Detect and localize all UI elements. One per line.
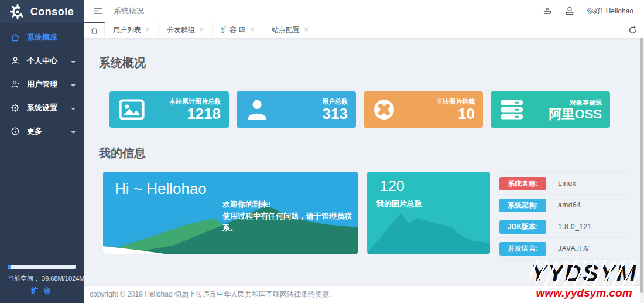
stat-card-blocked-images: 非法图片拦截 10 (364, 91, 483, 128)
sidebar-collapse-icon[interactable] (93, 6, 103, 16)
system-info-row-os-name: 系统名称: Linux (499, 173, 629, 195)
sidebar-item-label: 个人中心 (27, 56, 57, 66)
watermark: YYDSYM www.yydsym.com (531, 261, 637, 299)
user-avatar-icon[interactable] (564, 6, 575, 16)
storage-progress-fill (8, 265, 11, 269)
username: Hellohao (606, 7, 633, 15)
tab-label: 扩 容 码 (221, 25, 246, 35)
scrollbar-thumb[interactable] (640, 38, 643, 293)
system-info-badge: 开发语言: (499, 242, 546, 256)
home-icon (11, 33, 20, 42)
system-info-value: 1.8.0_121 (558, 223, 592, 231)
stat-card-total-images: 本站累计图片总数 1218 (109, 91, 229, 128)
user-icon (246, 98, 273, 121)
system-info-badge: 系统架构: (499, 199, 546, 212)
banner-message-line2: 使用过程中有任何问题，请于管理员联系。 (222, 210, 358, 234)
info-icon (11, 127, 20, 136)
banner-greeting: Hi ~ Hellohao (115, 180, 207, 198)
stat-card-value: 1218 (169, 106, 221, 122)
watermark-title: YYDSYM (531, 261, 637, 285)
system-info-list: 系统名称: Linux 系统架构: amd64 JDK版本: 1.8.0_121… (499, 172, 629, 260)
system-info-badge: 系统名称: (499, 177, 546, 190)
stat-card-value: 10 (436, 106, 475, 122)
my-images-count: 120 (380, 178, 405, 195)
system-info-badge: JDK版本: (499, 220, 546, 234)
tab-label: 站点配置 (272, 25, 300, 35)
tab-label: 分发群组 (167, 25, 195, 35)
copyright-text: copyright © 2019 Hellohao 切勿上传违反中华人民共和国互… (90, 290, 331, 299)
system-info-row-arch: 系统架构: amd64 (499, 195, 629, 216)
stat-cards-row: 本站累计图片总数 1218 用户总数 313 (109, 91, 610, 128)
vertical-scrollbar (640, 38, 644, 303)
stat-card-object-storage: 对象存储源 阿里OSS (491, 91, 610, 128)
storage-usage: 当前空间： 39.68M/1024M 扩 容 (8, 265, 76, 296)
refresh-icon[interactable] (621, 22, 644, 38)
sidebar-item-settings[interactable]: 系统设置 (0, 96, 84, 120)
chevron-down-icon (71, 108, 76, 110)
close-icon[interactable]: × (304, 26, 309, 34)
overview-heading: 系统概况 (99, 55, 146, 71)
sidebar-item-label: 用户管理 (27, 79, 57, 90)
stat-card-value: 313 (322, 106, 348, 122)
stat-card-value: 阿里OSS (549, 107, 602, 121)
storage-value: 39.68M/1024M (42, 275, 84, 282)
chevron-down-icon (71, 84, 76, 87)
sidebar-item-label: 系统设置 (27, 103, 57, 113)
storage-progress-bar (8, 265, 76, 269)
close-icon[interactable]: × (200, 26, 204, 34)
watermark-url: www.yydsym.com (531, 287, 637, 299)
sidebar: Console 系统概况 个人中心 (0, 0, 84, 303)
my-images-card: 120 我的图片总数 (367, 172, 490, 254)
expand-storage-link[interactable]: 扩 容 (8, 286, 76, 296)
my-images-label: 我的图片总数 (376, 199, 422, 209)
chevron-down-icon (71, 131, 76, 134)
app-title: Console (30, 6, 74, 18)
greeting-text: 你好! (587, 6, 602, 16)
photo-icon (119, 99, 146, 120)
system-info-value: amd64 (558, 201, 581, 209)
tab-home[interactable] (84, 22, 105, 38)
home-icon (90, 26, 98, 35)
system-info-value: JAVA开发 (558, 244, 590, 254)
close-icon[interactable]: × (251, 26, 255, 34)
tab-label: 用户列表 (113, 25, 141, 35)
welcome-banner: Hi ~ Hellohao 欢迎你的到来! 使用过程中有任何问题，请于管理员联系… (103, 172, 358, 254)
main-content: 系统概况 本站累计图片总数 1218 (84, 38, 644, 285)
stat-card-label: 对象存储源 (549, 98, 602, 107)
sidebar-item-profile[interactable]: 个人中心 (0, 49, 84, 73)
myinfo-heading: 我的信息 (99, 145, 146, 161)
gear-icon (11, 103, 20, 113)
user-manage-icon (11, 80, 20, 89)
system-info-value: Linux (558, 179, 576, 188)
sidebar-item-label: 系统概况 (27, 32, 57, 43)
clean-brush-icon[interactable] (542, 6, 553, 16)
x-circle-icon (373, 98, 400, 121)
sidebar-item-overview[interactable]: 系统概况 (0, 26, 84, 49)
chevron-down-icon (71, 61, 76, 63)
sidebar-item-label: 更多 (27, 126, 42, 137)
console-gear-logo-icon (10, 4, 25, 19)
storage-label: 当前空间： (8, 275, 40, 282)
tab-expansion-code[interactable]: 扩 容 码 × (213, 22, 263, 38)
close-icon[interactable]: × (146, 26, 150, 34)
sidebar-item-more[interactable]: 更多 (0, 120, 84, 143)
sidebar-menu: 系统概况 个人中心 用户管理 (0, 23, 84, 143)
system-info-row-language: 开发语言: JAVA开发 (499, 238, 629, 260)
tab-bar: 用户列表 × 分发群组 × 扩 容 码 × 站点配置 × (84, 22, 644, 38)
tab-site-config[interactable]: 站点配置 × (263, 22, 317, 38)
navbar-title: 系统概况 (114, 6, 144, 16)
sidebar-item-user-management[interactable]: 用户管理 (0, 73, 84, 96)
banner-message-line1: 欢迎你的到来! (222, 199, 358, 210)
system-info-row-jdk: JDK版本: 1.8.0_121 (499, 216, 629, 238)
server-icon (500, 100, 527, 120)
stat-card-total-users: 用户总数 313 (237, 91, 356, 128)
tab-distribution-group[interactable]: 分发群组 × (159, 22, 213, 38)
app-logo: Console (0, 0, 84, 23)
tab-user-list[interactable]: 用户列表 × (105, 22, 159, 38)
top-navbar: 系统概况 你好! Hellohao (84, 0, 644, 22)
user-icon (11, 56, 20, 66)
